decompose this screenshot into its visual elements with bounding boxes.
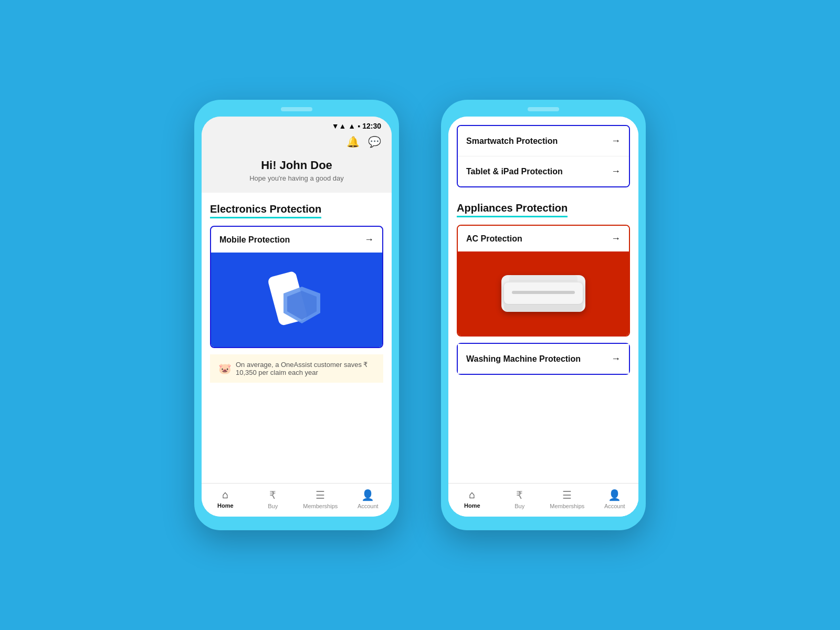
buy-icon: ₹ [269,489,276,501]
nav2-buy-label: Buy [514,503,524,509]
greeting-section: Hi! John Doe Hope you're having a good d… [202,153,392,193]
nav2-home-label: Home [464,502,480,509]
mobile-illustration-svg [262,258,331,342]
ac-card-title: AC Protection [466,234,522,244]
nav-account-label: Account [358,503,379,509]
nav-home-label: Home [217,502,234,509]
mobile-card-title: Mobile Protection [219,235,290,245]
nav2-home[interactable]: ⌂ Home [448,489,496,512]
buy2-icon: ₹ [516,489,523,501]
smartwatch-protection-item[interactable]: Smartwatch Protection → [458,126,629,156]
status-bar: ▼▲ ▲ ▪ 12:30 [202,117,392,133]
washing-card-title: Washing Machine Protection [466,354,581,364]
phone-1: ▼▲ ▲ ▪ 12:30 🔔 💬 Hi! John Doe Hope you'r… [194,100,399,530]
nav-buy[interactable]: ₹ Buy [249,489,297,512]
signal-icon: ▲ [348,122,355,130]
smartwatch-arrow: → [611,135,621,146]
tablet-protection-item[interactable]: Tablet & iPad Protection → [458,156,629,186]
appliances-section-title: Appliances Protection [457,202,568,217]
smartwatch-title: Smartwatch Protection [466,136,558,146]
phone-2: Smartwatch Protection → Tablet & iPad Pr… [441,100,646,530]
nav-account[interactable]: 👤 Account [344,489,392,512]
phone-2-speaker [528,107,559,111]
mobile-card-header: Mobile Protection → [211,227,382,253]
appliances-section: Appliances Protection AC Protection → [448,194,638,483]
mobile-card-arrow: → [364,234,374,245]
action-bar: 🔔 💬 [202,133,392,153]
status-icons: ▼▲ ▲ ▪ 12:30 [332,122,381,130]
phone1-bottom-nav: ⌂ Home ₹ Buy ☰ Memberships 👤 Account [202,483,392,517]
electronics-list-card: Smartwatch Protection → Tablet & iPad Pr… [457,125,630,187]
piggy-icon: 🐷 [218,362,232,375]
phones-container: ▼▲ ▲ ▪ 12:30 🔔 💬 Hi! John Doe Hope you'r… [194,100,646,530]
ac-arrow: → [611,233,621,244]
notification-icon[interactable]: 🔔 [346,135,360,148]
savings-text: On average, a OneAssist customer saves ₹… [236,361,375,376]
nav2-account-label: Account [604,503,625,509]
time-display: 12:30 [362,122,381,130]
screen1-main-content: Electronics Protection Mobile Protection… [202,193,392,483]
mobile-protection-card[interactable]: Mobile Protection → [210,226,383,348]
memberships-icon: ☰ [316,489,325,501]
phone2-bottom-nav: ⌂ Home ₹ Buy ☰ Memberships 👤 Account [448,483,638,517]
battery-icon: ▪ [358,122,360,130]
phone-1-speaker [281,107,312,111]
phone-2-screen: Smartwatch Protection → Tablet & iPad Pr… [448,117,638,517]
electronics-section-title: Electronics Protection [210,203,321,218]
washing-arrow: → [611,353,621,364]
tablet-arrow: → [611,166,621,177]
screen2-top-section: Smartwatch Protection → Tablet & iPad Pr… [448,117,638,194]
phone-1-screen: ▼▲ ▲ ▪ 12:30 🔔 💬 Hi! John Doe Hope you'r… [202,117,392,517]
nav-memberships-label: Memberships [303,503,338,509]
greeting-title: Hi! John Doe [212,159,381,172]
account-icon: 👤 [361,489,374,501]
screen2-main-content: Smartwatch Protection → Tablet & iPad Pr… [448,117,638,517]
message-icon[interactable]: 💬 [368,135,381,148]
nav-buy-label: Buy [268,503,278,509]
nav2-memberships-label: Memberships [550,503,584,509]
mobile-card-image [211,253,382,347]
memberships2-icon: ☰ [562,489,572,501]
greeting-subtitle: Hope you're having a good day [212,174,381,182]
home-icon: ⌂ [222,489,228,501]
nav2-memberships[interactable]: ☰ Memberships [543,489,591,512]
account2-icon: 👤 [608,489,621,501]
ac-card-header: AC Protection → [458,226,629,251]
wifi-icon: ▼▲ [332,122,346,130]
washing-machine-card[interactable]: Washing Machine Protection → [457,343,630,375]
washing-card-header: Washing Machine Protection → [458,344,629,374]
tablet-title: Tablet & iPad Protection [466,167,563,176]
nav-memberships[interactable]: ☰ Memberships [297,489,344,512]
ac-unit-graphic [501,275,585,312]
nav2-account[interactable]: 👤 Account [591,489,639,512]
ac-illustration [458,251,629,335]
nav2-buy[interactable]: ₹ Buy [496,489,544,512]
nav-home[interactable]: ⌂ Home [202,489,249,512]
ac-protection-card[interactable]: AC Protection → [457,225,630,337]
home2-icon: ⌂ [469,489,475,501]
savings-bar: 🐷 On average, a OneAssist customer saves… [210,354,383,383]
